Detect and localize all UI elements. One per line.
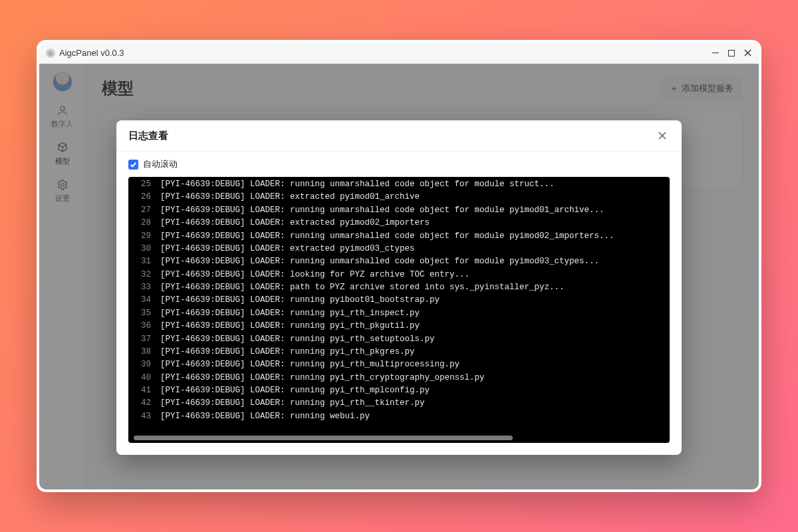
line-number: 41 [128,384,160,397]
check-icon [130,161,137,168]
log-text: [PYI-46639:DEBUG] LOADER: looking for PY… [160,269,469,281]
log-line: 39[PYI-46639:DEBUG] LOADER: running pyi_… [128,358,670,371]
log-line: 37[PYI-46639:DEBUG] LOADER: running pyi_… [128,333,670,346]
log-text: [PYI-46639:DEBUG] LOADER: running unmars… [160,255,599,268]
log-line: 34[PYI-46639:DEBUG] LOADER: running pyib… [128,294,670,307]
modal-title: 日志查看 [128,130,168,142]
log-text: [PYI-46639:DEBUG] LOADER: extracted pyim… [160,191,420,203]
line-number: 31 [128,255,160,268]
minimize-button[interactable] [711,49,720,58]
line-number: 26 [128,191,160,203]
modal-close-button[interactable] [655,128,670,143]
log-text: [PYI-46639:DEBUG] LOADER: path to PYZ ar… [160,281,565,294]
auto-scroll-label: 自动滚动 [143,158,178,170]
line-number: 25 [128,178,160,191]
line-number: 36 [128,320,160,332]
window-controls [711,49,752,58]
horizontal-scrollbar[interactable] [134,436,513,440]
line-number: 38 [128,346,160,358]
log-text: [PYI-46639:DEBUG] LOADER: running pyi_rt… [160,320,420,332]
line-number: 37 [128,333,160,346]
app-icon: ◎ [46,49,55,58]
log-line: 36[PYI-46639:DEBUG] LOADER: running pyi_… [128,320,670,332]
line-number: 28 [128,217,160,229]
log-line: 38[PYI-46639:DEBUG] LOADER: running pyi_… [128,346,670,358]
log-line: 33[PYI-46639:DEBUG] LOADER: path to PYZ … [128,281,670,294]
log-text: [PYI-46639:DEBUG] LOADER: extracted pyim… [160,243,415,255]
log-line: 32[PYI-46639:DEBUG] LOADER: looking for … [128,269,670,281]
log-text: [PYI-46639:DEBUG] LOADER: running pyi_rt… [160,333,435,346]
line-number: 29 [128,230,160,243]
log-text: [PYI-46639:DEBUG] LOADER: running unmars… [160,230,614,243]
log-line: 29[PYI-46639:DEBUG] LOADER: running unma… [128,230,670,243]
line-number: 39 [128,358,160,371]
modal-backdrop[interactable]: 日志查看 自动滚动 25[PYI-46639:DEBUG] LOADER: [39,64,759,489]
log-line: 31[PYI-46639:DEBUG] LOADER: running unma… [128,255,670,268]
log-text: [PYI-46639:DEBUG] LOADER: running pyi_rt… [160,397,425,410]
log-line: 35[PYI-46639:DEBUG] LOADER: running pyi_… [128,307,670,320]
line-number: 43 [128,410,160,423]
line-number: 34 [128,294,160,307]
log-line: 27[PYI-46639:DEBUG] LOADER: running unma… [128,204,670,217]
log-text: [PYI-46639:DEBUG] LOADER: running pyi_rt… [160,384,430,397]
log-text: [PYI-46639:DEBUG] LOADER: running pyi_rt… [160,358,460,371]
line-number: 30 [128,243,160,255]
log-terminal[interactable]: 25[PYI-46639:DEBUG] LOADER: running unma… [128,177,670,443]
line-number: 32 [128,269,160,281]
line-number: 33 [128,281,160,294]
log-line: 26[PYI-46639:DEBUG] LOADER: extracted py… [128,191,670,203]
line-number: 35 [128,307,160,320]
log-text: [PYI-46639:DEBUG] LOADER: running unmars… [160,178,555,191]
log-line: 30[PYI-46639:DEBUG] LOADER: extracted py… [128,243,670,255]
log-text: [PYI-46639:DEBUG] LOADER: running unmars… [160,204,604,217]
log-text: [PYI-46639:DEBUG] LOADER: running pyi_rt… [160,307,420,320]
log-text: [PYI-46639:DEBUG] LOADER: running pyi_rt… [160,346,415,358]
line-number: 42 [128,397,160,410]
log-line: 40[PYI-46639:DEBUG] LOADER: running pyi_… [128,372,670,384]
titlebar: ◎ AigcPanel v0.0.3 [39,43,759,64]
log-text: [PYI-46639:DEBUG] LOADER: running webui.… [160,410,370,423]
log-line: 28[PYI-46639:DEBUG] LOADER: extracted py… [128,217,670,229]
log-viewer-modal: 日志查看 自动滚动 25[PYI-46639:DEBUG] LOADER: [116,120,682,455]
log-text: [PYI-46639:DEBUG] LOADER: extracted pyim… [160,217,430,229]
app-window: ◎ AigcPanel v0.0.3 数字人 [37,40,761,492]
log-text: [PYI-46639:DEBUG] LOADER: running pyiboo… [160,294,440,307]
log-text: [PYI-46639:DEBUG] LOADER: running pyi_rt… [160,372,485,384]
log-line: 25[PYI-46639:DEBUG] LOADER: running unma… [128,178,670,191]
log-line: 41[PYI-46639:DEBUG] LOADER: running pyi_… [128,384,670,397]
auto-scroll-checkbox[interactable] [128,160,138,170]
log-line: 43[PYI-46639:DEBUG] LOADER: running webu… [128,410,670,423]
maximize-button[interactable] [728,50,735,57]
close-button[interactable] [743,49,752,58]
line-number: 27 [128,204,160,217]
window-title: AigcPanel v0.0.3 [59,48,124,58]
log-line: 42[PYI-46639:DEBUG] LOADER: running pyi_… [128,397,670,410]
line-number: 40 [128,372,160,384]
